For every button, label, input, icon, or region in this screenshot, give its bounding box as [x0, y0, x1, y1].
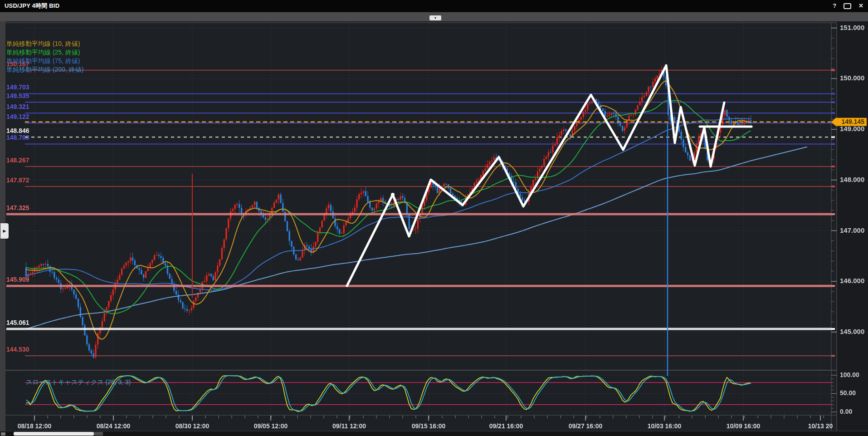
- help-icon[interactable]: ?: [833, 0, 836, 12]
- chart-window: USD/JPY 4時間 BID ? ✕ ▼ ▶: [0, 0, 868, 436]
- window-controls: ? ✕: [833, 0, 863, 12]
- chevron-right-icon: ▶: [3, 229, 6, 233]
- window-title: USD/JPY 4時間 BID: [0, 2, 59, 10]
- sidebar-expander-button[interactable]: ▶: [0, 223, 9, 239]
- chart-canvas[interactable]: [0, 0, 868, 436]
- collapse-toolbar-button[interactable]: ▼: [429, 15, 441, 20]
- close-icon[interactable]: ✕: [858, 0, 863, 12]
- title-bar: USD/JPY 4時間 BID ? ✕: [0, 0, 868, 12]
- maximize-icon[interactable]: [844, 3, 851, 9]
- chart-toolbar: ▼: [0, 12, 868, 21]
